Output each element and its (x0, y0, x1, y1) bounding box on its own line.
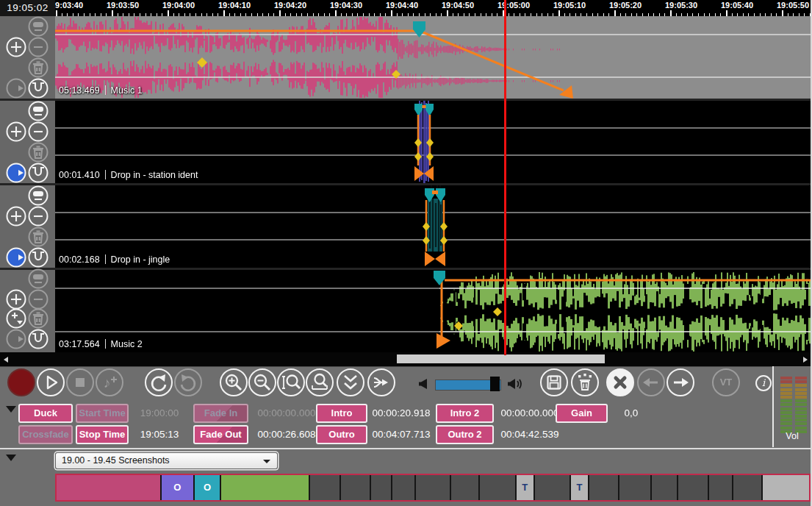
remove-button[interactable] (28, 121, 48, 142)
hour-item-cell[interactable] (619, 475, 651, 500)
hour-item-cell[interactable] (371, 475, 391, 500)
hour-item-cell[interactable] (416, 475, 450, 500)
add-button[interactable] (6, 206, 26, 227)
zoom-out-button[interactable] (248, 368, 276, 396)
remove-button[interactable] (28, 37, 48, 57)
info-button[interactable]: i (755, 375, 772, 391)
minimize-track-button[interactable] (28, 185, 48, 206)
add-button[interactable] (6, 37, 26, 57)
minimize-track-button[interactable] (28, 16, 48, 37)
duck-button[interactable]: Duck (18, 404, 73, 423)
redo-button[interactable] (174, 368, 202, 396)
scrollbar-thumb[interactable] (397, 354, 605, 363)
delete-track-button[interactable] (28, 227, 48, 247)
save-button[interactable] (540, 368, 568, 396)
label-divider (105, 170, 106, 179)
hour-item-cell[interactable] (480, 475, 515, 500)
speaker-min-icon[interactable] (417, 377, 431, 391)
playhead[interactable] (504, 0, 506, 353)
remove-button[interactable] (28, 289, 48, 310)
stop-time-button[interactable]: Stop Time (76, 425, 129, 444)
fade-out-button[interactable]: Fade Out (193, 425, 248, 444)
timeline-scrollbar[interactable] (0, 352, 812, 366)
add-button[interactable] (6, 121, 26, 142)
outro-button[interactable]: Outro (316, 425, 367, 444)
hour-item-cell[interactable] (678, 475, 708, 500)
add-options-button[interactable] (6, 308, 26, 329)
duck-envelope-button[interactable] (28, 329, 48, 349)
hour-item-cell[interactable] (392, 475, 415, 500)
zoom-fit-button[interactable] (306, 368, 334, 396)
intro-button[interactable]: Intro (316, 404, 367, 423)
minimize-track-button[interactable] (28, 101, 48, 121)
start-time-button[interactable]: Start Time (76, 404, 129, 423)
zoom-selection-button[interactable] (277, 368, 305, 396)
collapse-info-panel-button[interactable] (6, 406, 16, 413)
record-button[interactable] (7, 368, 35, 396)
timeline-ruler[interactable]: 19:03:4019:03:5019:04:0019:04:1019:04:20… (55, 0, 812, 16)
hour-item-cell[interactable] (709, 475, 732, 500)
hour-item-cell[interactable]: O (162, 475, 194, 500)
collapse-hour-panel-button[interactable] (6, 455, 16, 461)
meter-bar (780, 392, 792, 395)
hour-item-cell[interactable] (652, 475, 677, 500)
hour-item-cell[interactable] (535, 475, 570, 500)
duck-envelope-button[interactable] (28, 78, 48, 99)
stop-button[interactable] (66, 368, 94, 396)
hour-item-cell[interactable] (341, 475, 370, 500)
zoom-in-button[interactable] (220, 368, 248, 396)
volume-slider-thumb[interactable] (490, 377, 500, 391)
scroll-right-arrow[interactable] (803, 357, 808, 363)
track-1-lane[interactable]: 05:13.469Music 1 (55, 16, 812, 99)
add-audio-button[interactable]: ♪ (96, 368, 123, 396)
gain-button[interactable]: Gain (556, 404, 608, 423)
scroll-left-arrow[interactable] (4, 357, 8, 363)
meter-bar (780, 403, 792, 406)
play-button[interactable] (37, 368, 65, 396)
hour-item-cell[interactable] (451, 475, 479, 500)
meter-bar (780, 380, 792, 383)
merge-mix-button[interactable] (367, 368, 395, 396)
track-3-lane[interactable]: 00:02.168Drop in - jingle (55, 185, 812, 268)
hour-item-cell[interactable] (763, 475, 809, 500)
ruler-time-label: 19:03:40 (55, 1, 83, 10)
duck-envelope-button[interactable] (28, 247, 48, 268)
clear-mix-button[interactable] (571, 368, 599, 396)
delete-track-button[interactable] (28, 142, 48, 163)
undo-button[interactable] (145, 368, 173, 396)
hour-item-cell[interactable] (221, 475, 309, 500)
hour-item-cell[interactable] (589, 475, 618, 500)
clip-label: 05:13.469Music 1 (59, 85, 143, 96)
clip-end-marker (436, 188, 445, 202)
intro-2-button[interactable]: Intro 2 (436, 404, 494, 423)
merge-track-button[interactable] (6, 329, 26, 349)
merge-track-button[interactable] (6, 163, 26, 183)
delete-track-button[interactable] (28, 308, 48, 329)
ruler-time-label: 19:04:20 (274, 1, 306, 10)
hour-item-cell[interactable] (57, 475, 160, 500)
previous-item-button[interactable] (637, 368, 665, 396)
hour-item-cell[interactable]: O (195, 475, 220, 500)
duck-envelope-button[interactable] (28, 163, 48, 183)
fade-in-button[interactable]: Fade In (193, 404, 248, 423)
collapse-all-button[interactable] (337, 368, 364, 396)
hour-item-cell[interactable] (733, 475, 761, 500)
hour-selector-dropdown[interactable]: 19.00 - 19.45 Screenshots (55, 452, 278, 469)
hour-item-cell[interactable]: T (571, 475, 588, 500)
hour-item-cell[interactable] (310, 475, 340, 500)
remove-button[interactable] (28, 206, 48, 227)
merge-track-button[interactable] (6, 78, 26, 99)
add-button[interactable] (6, 289, 26, 310)
track-4-lane[interactable]: 03:17.564Music 2 (55, 270, 812, 352)
hour-item-cell[interactable]: T (517, 475, 533, 500)
next-item-button[interactable] (667, 368, 694, 396)
crossfade-button[interactable]: Crossfade (18, 425, 73, 444)
outro-2-button[interactable]: Outro 2 (436, 425, 494, 444)
speaker-max-icon[interactable] (507, 377, 526, 391)
voice-track-button[interactable]: VT (712, 368, 740, 396)
delete-track-button[interactable] (28, 57, 48, 78)
close-button[interactable] (606, 368, 634, 396)
merge-track-button[interactable] (6, 247, 26, 268)
minimize-track-button[interactable] (28, 268, 48, 289)
track-2-lane[interactable]: 00:01.410Drop in - station ident (55, 101, 812, 183)
